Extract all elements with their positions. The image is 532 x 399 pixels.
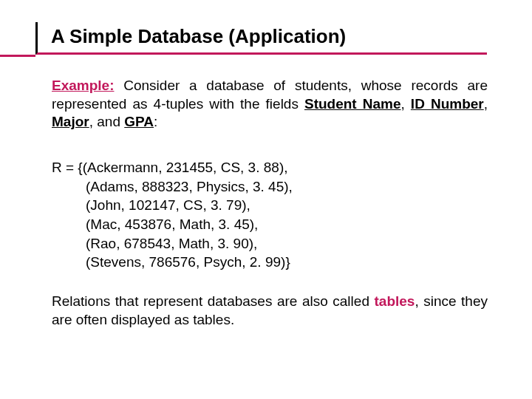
sep-4: :	[154, 114, 157, 129]
field-major: Major	[52, 114, 89, 129]
field-id-number: ID Number	[411, 96, 484, 112]
relation-row: R = {(Ackermann, 231455, CS, 3. 88),	[52, 158, 488, 177]
field-gpa: GPA	[124, 114, 154, 129]
sep-1: ,	[401, 96, 411, 112]
tuple: (Mac, 453876, Math, 3. 45),	[86, 216, 258, 232]
tuple: (Ackermann, 231455, CS, 3. 88),	[83, 160, 288, 175]
footer-text-1: Relations that represent databases are a…	[52, 293, 374, 309]
slide: A Simple Database (Application) Example:…	[0, 0, 532, 399]
tuple: (John, 102147, CS, 3. 79),	[86, 197, 250, 213]
footer-paragraph: Relations that represent databases are a…	[52, 293, 488, 329]
tuple: (Adams, 888323, Physics, 3. 45),	[86, 179, 293, 194]
relation-definition: R = {(Ackermann, 231455, CS, 3. 88), (Ad…	[52, 158, 488, 272]
relation-row: (Mac, 453876, Math, 3. 45),	[52, 215, 488, 234]
relation-row: (John, 102147, CS, 3. 79),	[52, 196, 488, 215]
relation-lead: R = {	[52, 160, 83, 175]
tuple: (Stevens, 786576, Psych, 2. 99)}	[86, 254, 290, 270]
tuple: (Rao, 678543, Math, 3. 90),	[86, 236, 257, 251]
title-block: A Simple Database (Application)	[35, 22, 502, 55]
relation-row: (Adams, 888323, Physics, 3. 45),	[52, 177, 488, 197]
title-rule-extension	[0, 55, 35, 57]
example-label: Example:	[52, 78, 114, 93]
relation-row: (Rao, 678543, Math, 3. 90),	[52, 234, 488, 253]
intro-paragraph: Example: Consider a database of students…	[52, 77, 488, 132]
field-student-name: Student Name	[304, 96, 401, 112]
tables-keyword: tables	[374, 293, 415, 309]
slide-body: Example: Consider a database of students…	[52, 77, 488, 329]
slide-title: A Simple Database (Application)	[35, 22, 487, 55]
relation-row: (Stevens, 786576, Psych, 2. 99)}	[52, 253, 488, 272]
sep-2: ,	[484, 96, 488, 112]
sep-3: , and	[89, 114, 125, 129]
